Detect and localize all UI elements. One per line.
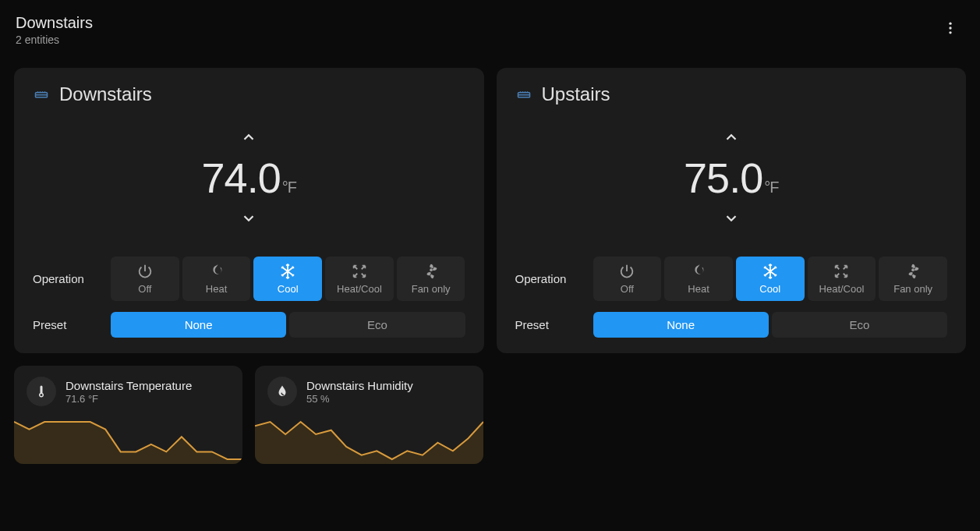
cool-icon [279, 263, 296, 280]
sensor-name: Downstairs Temperature [65, 379, 192, 392]
chevron-down-icon [723, 210, 740, 227]
preset-none-button[interactable]: None [593, 312, 769, 338]
setpoint-unit: °F [282, 179, 296, 196]
setpoint-block: 74.0°F [33, 124, 465, 232]
setpoint-down-button[interactable] [235, 205, 262, 232]
mode-off-button[interactable]: Off [593, 257, 662, 301]
preset-row: PresetNoneEco [515, 312, 948, 338]
setpoint-up-button[interactable] [235, 124, 262, 150]
mode-off-button[interactable]: Off [111, 257, 179, 301]
mode-heat-button[interactable]: Heat [664, 257, 733, 301]
mode-label: Cool [759, 283, 780, 295]
mode-label: Fan only [412, 283, 451, 295]
sensor-row: Downstairs Temperature71.6 °F Downstairs… [14, 366, 966, 464]
mode-label: Heat [688, 283, 709, 295]
setpoint-block: 75.0°F [515, 124, 948, 232]
preset-label: Preset [515, 318, 584, 331]
mode-heat-button[interactable]: Heat [182, 257, 251, 301]
sensor-name: Downstairs Humidity [306, 379, 413, 392]
fan_only-icon [904, 263, 922, 280]
header-left: Downstairs 2 entities [16, 14, 93, 46]
heat-icon [208, 263, 225, 280]
preset-row: PresetNoneEco [33, 312, 465, 338]
mode-label: Heat/Cool [337, 283, 382, 295]
preset-label: Preset [33, 318, 101, 331]
mode-label: Off [138, 283, 151, 295]
thermostat-card: Upstairs75.0°FOperationOffHeatCoolHeat/C… [497, 68, 967, 353]
page-header: Downstairs 2 entities [14, 14, 966, 46]
svg-point-1 [949, 27, 951, 29]
mode-fan_only-button[interactable]: Fan only [397, 257, 465, 301]
mode-label: Cool [278, 283, 299, 295]
setpoint-number: 74.0 [202, 154, 281, 202]
setpoint-value: 74.0°F [202, 154, 296, 202]
sensor-text: Downstairs Humidity55 % [306, 379, 413, 405]
card-header: Upstairs [515, 83, 948, 105]
mode-label: Heat/Cool [819, 283, 865, 295]
dots-vertical-icon [943, 20, 958, 36]
setpoint-number: 75.0 [684, 154, 762, 202]
sensor-value: 71.6 °F [65, 393, 192, 405]
card-header: Downstairs [33, 83, 465, 105]
mode-heat_cool-button[interactable]: Heat/Cool [325, 257, 394, 301]
card-title[interactable]: Downstairs [59, 83, 152, 105]
preset-none-button[interactable]: None [111, 312, 286, 338]
chevron-up-icon [723, 129, 740, 146]
thermometer-icon [27, 377, 56, 406]
heat_cool-icon [351, 263, 368, 280]
mode-cool-button[interactable]: Cool [253, 257, 322, 301]
svg-point-2 [949, 31, 951, 34]
svg-point-0 [949, 23, 951, 25]
page-subtitle: 2 entities [16, 34, 93, 46]
thermostat-card: Downstairs74.0°FOperationOffHeatCoolHeat… [14, 68, 484, 353]
water-drop-icon [267, 377, 297, 406]
setpoint-up-button[interactable] [718, 124, 745, 150]
sensor-header: Downstairs Temperature71.6 °F [14, 366, 242, 406]
zone-icon [33, 87, 50, 101]
thermostat-cards: Downstairs74.0°FOperationOffHeatCoolHeat… [14, 68, 966, 353]
mode-heat_cool-button[interactable]: Heat/Cool [808, 257, 876, 301]
page-title: Downstairs [16, 14, 93, 32]
mode-fan_only-button[interactable]: Fan only [879, 257, 947, 301]
operation-buttons: OffHeatCoolHeat/CoolFan only [593, 257, 948, 301]
sensor-card[interactable]: Downstairs Humidity55 % [255, 366, 483, 464]
cool-icon [762, 263, 779, 280]
mode-label: Fan only [893, 283, 932, 295]
sensor-value: 55 % [306, 393, 413, 405]
setpoint-down-button[interactable] [718, 205, 745, 232]
preset-buttons: NoneEco [593, 312, 948, 338]
sensor-chart [14, 417, 242, 464]
sensor-card[interactable]: Downstairs Temperature71.6 °F [14, 366, 242, 464]
preset-buttons: NoneEco [111, 312, 465, 338]
preset-eco-button[interactable]: Eco [772, 312, 947, 338]
heat_cool-icon [833, 263, 850, 280]
chevron-down-icon [240, 210, 257, 227]
off-icon [618, 263, 635, 280]
sensor-chart [255, 417, 483, 464]
off-icon [136, 263, 154, 280]
mode-label: Off [621, 283, 634, 295]
operation-label: Operation [515, 272, 584, 285]
setpoint-value: 75.0°F [684, 154, 778, 202]
mode-label: Heat [206, 283, 227, 295]
operation-row: OperationOffHeatCoolHeat/CoolFan only [33, 257, 465, 301]
mode-cool-button[interactable]: Cool [736, 257, 805, 301]
sensor-text: Downstairs Temperature71.6 °F [65, 379, 192, 405]
zone-icon [515, 87, 532, 101]
fan_only-icon [423, 263, 440, 280]
sensor-header: Downstairs Humidity55 % [255, 366, 483, 406]
operation-buttons: OffHeatCoolHeat/CoolFan only [111, 257, 465, 301]
heat-icon [690, 263, 707, 280]
operation-row: OperationOffHeatCoolHeat/CoolFan only [515, 257, 948, 301]
more-options-button[interactable] [936, 14, 964, 42]
chevron-up-icon [240, 129, 257, 146]
setpoint-unit: °F [764, 179, 778, 196]
preset-eco-button[interactable]: Eco [289, 312, 465, 338]
card-title[interactable]: Upstairs [542, 83, 610, 105]
operation-label: Operation [33, 272, 101, 285]
